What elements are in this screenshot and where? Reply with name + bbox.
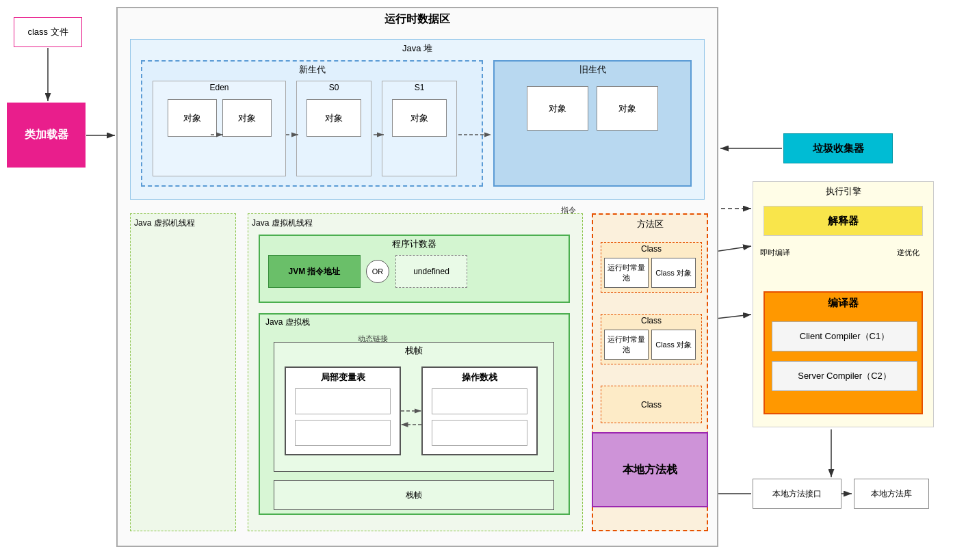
stack-frame1-title: 栈帧 xyxy=(274,343,553,359)
classloader-label: 类加载器 xyxy=(25,128,68,142)
jvm-thread-left: Java 虚拟机线程 xyxy=(130,213,236,531)
interpreter-label: 解释器 xyxy=(828,215,859,228)
or-circle: OR xyxy=(366,260,389,283)
jit-label: 即时编译 xyxy=(760,248,790,258)
jvm-stack-title: Java 虚拟栈 xyxy=(260,315,569,330)
s1-label: S1 xyxy=(382,81,456,94)
native-lib-label: 本地方法库 xyxy=(871,488,912,500)
stack-frame1: 栈帧 局部变量表 操作数栈 xyxy=(274,342,554,472)
compiler-title: 编译器 xyxy=(765,293,922,312)
s1-obj: 对象 xyxy=(392,99,447,137)
class2-class-obj: Class 对象 xyxy=(651,330,696,360)
instruction-label: 指令 xyxy=(561,205,576,215)
jvm-thread-right: Java 虚拟机线程 程序计数器 JVM 指令地址 OR undefined J… xyxy=(248,213,583,531)
eden-obj2: 对象 xyxy=(222,99,272,137)
java-heap-title: Java 堆 xyxy=(131,40,704,57)
gc-label: 垃圾收集器 xyxy=(813,142,864,155)
native-stack-title: 本地方法栈 xyxy=(623,463,677,477)
new-gen: 新生代 Eden 对象 对象 S0 xyxy=(141,60,483,187)
class1-inner: 运行时常量池 Class 对象 xyxy=(601,255,701,292)
compiler-box: 编译器 Client Compiler（C1） Server Compiler（… xyxy=(763,291,923,414)
server-compiler-box: Server Compiler（C2） xyxy=(772,361,917,391)
old-gen-obj1: 对象 xyxy=(527,86,588,131)
jit-deopt-row: 即时编译 逆优化 xyxy=(760,248,919,258)
pc-counter: 程序计数器 JVM 指令地址 OR undefined xyxy=(259,235,570,303)
native-lib-box: 本地方法库 xyxy=(854,479,929,509)
classloader-box: 类加载器 xyxy=(7,103,86,168)
class-block2: Class 运行时常量池 Class 对象 xyxy=(601,314,702,364)
runtime-area: 运行时数据区 Java 堆 新生代 Eden 对象 对象 xyxy=(116,7,718,547)
eden-area: Eden 对象 对象 xyxy=(153,81,286,176)
local-vars-sub1 xyxy=(295,388,391,414)
stack-frame2: 栈帧 xyxy=(274,480,554,510)
pc-counter-title: 程序计数器 xyxy=(260,236,569,252)
old-gen: 旧生代 对象 对象 xyxy=(493,60,692,187)
class-block3: Class xyxy=(601,386,702,423)
undefined-box: undefined xyxy=(395,255,467,288)
method-area-title: 方法区 xyxy=(593,215,707,234)
diagram-container: class 文件 类加载器 运行时数据区 Java 堆 新生代 Eden 对象 xyxy=(0,0,953,560)
operand-stack-box: 操作数栈 xyxy=(421,366,538,455)
exec-engine: 执行引擎 解释器 即时编译 逆优化 编译器 Client Compiler（C1… xyxy=(753,181,934,427)
dynamic-link-label: 动态链接 xyxy=(358,334,388,344)
old-gen-obj2: 对象 xyxy=(597,86,658,131)
class3-label: Class xyxy=(641,399,662,411)
class1-class-obj: Class 对象 xyxy=(651,258,696,288)
jvm-addr-label: JVM 指令地址 xyxy=(288,266,340,278)
jvm-thread-left-title: Java 虚拟机线程 xyxy=(131,214,235,232)
old-gen-title: 旧生代 xyxy=(495,62,690,78)
jvm-thread-right-title: Java 虚拟机线程 xyxy=(248,214,582,232)
jvm-addr-box: JVM 指令地址 xyxy=(268,255,361,288)
runtime-area-title: 运行时数据区 xyxy=(118,8,717,29)
java-heap: Java 堆 新生代 Eden 对象 对象 xyxy=(130,39,705,200)
client-compiler-box: Client Compiler（C1） xyxy=(772,321,917,351)
local-vars-title: 局部变量表 xyxy=(321,368,365,386)
s0-obj: 对象 xyxy=(306,99,361,137)
class-file-box: class 文件 xyxy=(14,17,82,47)
new-gen-title: 新生代 xyxy=(142,62,482,78)
stack-frame2-title: 栈帧 xyxy=(406,490,422,501)
jvm-stack-area: Java 虚拟栈 栈帧 局部变量表 操作数栈 xyxy=(259,313,570,515)
native-interface-box: 本地方法接口 xyxy=(753,479,841,509)
undefined-label: undefined xyxy=(413,267,449,276)
s0-area: S0 对象 xyxy=(296,81,371,176)
s0-label: S0 xyxy=(297,81,371,94)
server-compiler-label: Server Compiler（C2） xyxy=(798,370,891,382)
eden-obj1: 对象 xyxy=(168,99,217,137)
operand-stack-title: 操作数栈 xyxy=(462,368,497,386)
or-label: OR xyxy=(372,267,384,276)
native-stack: 本地方法栈 xyxy=(592,432,708,507)
operand-stack-sub1 xyxy=(432,388,527,414)
s1-area: S1 对象 xyxy=(382,81,457,176)
class2-inner: 运行时常量池 Class 对象 xyxy=(601,327,701,364)
deopt-label: 逆优化 xyxy=(897,248,919,258)
class-file-label: class 文件 xyxy=(27,26,68,38)
class1-label: Class xyxy=(601,243,701,255)
client-compiler-label: Client Compiler（C1） xyxy=(800,330,889,343)
native-interface-label: 本地方法接口 xyxy=(772,488,822,500)
interpreter-box: 解释器 xyxy=(763,206,923,236)
class2-label: Class xyxy=(601,315,701,327)
gc-box: 垃圾收集器 xyxy=(783,133,893,163)
operand-stack-sub2 xyxy=(432,420,527,446)
eden-label: Eden xyxy=(153,81,285,94)
local-vars-sub2 xyxy=(295,420,391,446)
class2-runtime-pool: 运行时常量池 xyxy=(604,330,649,360)
class1-runtime-pool: 运行时常量池 xyxy=(604,258,649,288)
local-vars-box: 局部变量表 xyxy=(285,366,401,455)
exec-engine-title: 执行引擎 xyxy=(753,182,933,201)
class-block1: Class 运行时常量池 Class 对象 xyxy=(601,242,702,293)
